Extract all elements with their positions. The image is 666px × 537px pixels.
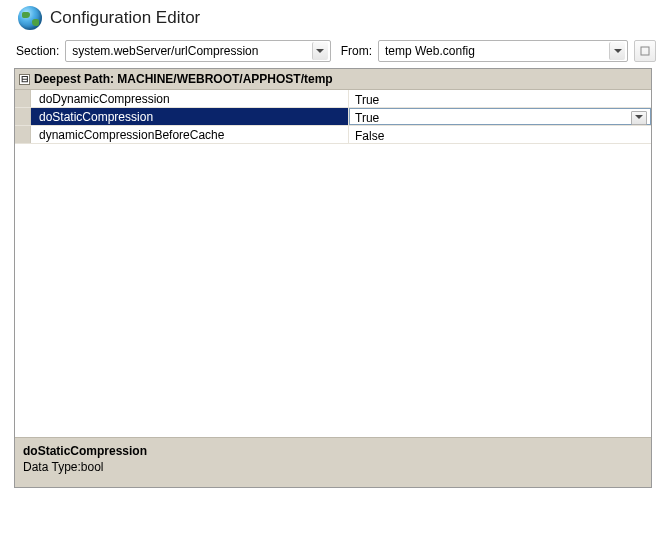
- property-row[interactable]: doStaticCompression True: [15, 108, 651, 126]
- chevron-down-icon[interactable]: [609, 42, 625, 60]
- property-value[interactable]: True: [349, 108, 651, 125]
- svg-rect-0: [641, 47, 649, 55]
- section-combo-value: system.webServer/urlCompression: [72, 44, 258, 58]
- section-combo[interactable]: system.webServer/urlCompression: [65, 40, 330, 62]
- property-name: dynamicCompressionBeforeCache: [31, 126, 349, 143]
- description-panel: doStaticCompression Data Type:bool: [15, 437, 651, 487]
- globe-icon: [18, 6, 42, 30]
- row-gutter: [15, 126, 31, 143]
- from-label: From:: [341, 44, 372, 58]
- grid-category-header[interactable]: ⊟ Deepest Path: MACHINE/WEBROOT/APPHOST/…: [15, 69, 651, 90]
- row-gutter: [15, 90, 31, 107]
- section-label: Section:: [16, 44, 59, 58]
- property-row[interactable]: doDynamicCompression True: [15, 90, 651, 108]
- from-combo-value: temp Web.config: [385, 44, 475, 58]
- property-value[interactable]: True: [349, 90, 651, 107]
- description-title: doStaticCompression: [23, 444, 643, 458]
- collapse-icon[interactable]: ⊟: [19, 74, 30, 85]
- chevron-down-icon[interactable]: [312, 42, 328, 60]
- property-name: doDynamicCompression: [31, 90, 349, 107]
- property-grid-panel: ⊟ Deepest Path: MACHINE/WEBROOT/APPHOST/…: [14, 68, 652, 488]
- property-row[interactable]: dynamicCompressionBeforeCache False: [15, 126, 651, 144]
- row-gutter: [15, 108, 31, 125]
- page-title: Configuration Editor: [50, 8, 200, 28]
- grid-body: doDynamicCompression True doStaticCompre…: [15, 90, 651, 437]
- grid-header-text: Deepest Path: MACHINE/WEBROOT/APPHOST/te…: [34, 72, 333, 86]
- toolbar-button[interactable]: [634, 40, 656, 62]
- property-value[interactable]: False: [349, 126, 651, 143]
- from-combo[interactable]: temp Web.config: [378, 40, 628, 62]
- chevron-down-icon[interactable]: [631, 111, 647, 125]
- description-datatype: Data Type:bool: [23, 460, 643, 474]
- property-name: doStaticCompression: [31, 108, 349, 125]
